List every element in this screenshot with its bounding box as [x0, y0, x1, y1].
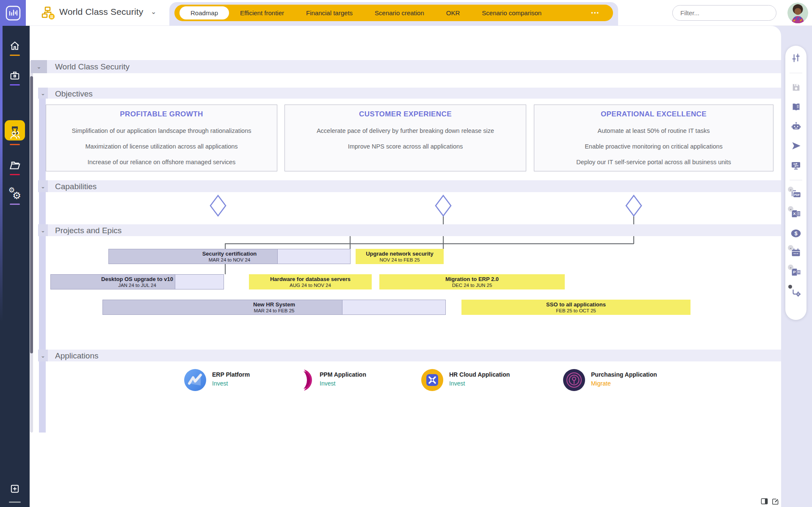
- objectives-collapse-chevron[interactable]: ⌄: [38, 88, 48, 99]
- epic-bar-hardware-database-servers[interactable]: Hardware for database servers AUG 24 to …: [249, 274, 372, 289]
- objective-line: Deploy our IT self-service portal across…: [576, 159, 731, 165]
- save-icon[interactable]: [790, 82, 801, 93]
- sidebar-item-portfolio[interactable]: [0, 69, 30, 81]
- connector-line: [225, 243, 226, 249]
- application-hr-cloud[interactable]: HR Cloud Application Invest: [421, 369, 510, 391]
- projects-accent-underline: [10, 174, 20, 175]
- tabs-overflow-button[interactable]: •••: [591, 10, 599, 16]
- epic-title: Security certification: [202, 251, 257, 257]
- integration-flow-icon[interactable]: [790, 286, 801, 297]
- left-sidebar: ⚙ ⚙: [0, 26, 30, 507]
- section-title-objectives: Objectives: [55, 89, 93, 99]
- portfolio-hierarchy-icon: [41, 6, 56, 20]
- sidebar-item-add[interactable]: [0, 483, 30, 495]
- applications-collapse-chevron[interactable]: ⌄: [38, 350, 48, 361]
- rail-divider: [790, 180, 802, 180]
- user-avatar[interactable]: [787, 3, 808, 23]
- application-erp-platform[interactable]: ERP Platform Invest: [184, 369, 250, 391]
- sidebar-item-people[interactable]: [0, 129, 30, 141]
- edit-icon[interactable]: [772, 498, 779, 505]
- tab-roadmap[interactable]: Roadmap: [180, 6, 229, 19]
- left-scrollbar-thumb[interactable]: [30, 76, 33, 353]
- epic-bar-sso-all-applications[interactable]: SSO to all applications FEB 25 to OCT 25: [461, 300, 690, 315]
- purchasing-application-icon: [563, 369, 586, 391]
- portfolio-title[interactable]: World Class Security: [59, 7, 144, 17]
- objective-line: Increase of our reliance on offshore man…: [88, 159, 236, 165]
- epic-dates: AUG 24 to NOV 24: [290, 282, 331, 288]
- epic-dates: DEC 24 to JUN 25: [452, 282, 492, 288]
- svg-text:X: X: [793, 211, 796, 216]
- export-ppt-icon[interactable]: ⌄ P: [790, 267, 801, 278]
- epic-dates: JAN 24 to JUL 24: [118, 282, 156, 288]
- dollar-icon[interactable]: $: [790, 228, 801, 239]
- filter-input[interactable]: [672, 5, 776, 21]
- section-band-objectives: [38, 88, 781, 99]
- section-band-projects: [38, 224, 781, 236]
- application-ppm[interactable]: PPM Application Invest: [291, 369, 366, 391]
- capabilities-collapse-chevron[interactable]: ⌄: [38, 180, 48, 192]
- objective-title: OPERATIONAL EXCELLENCE: [601, 110, 707, 118]
- epic-title: Desktop OS upgrade to v10: [101, 276, 173, 282]
- capability-diamond-icon[interactable]: [435, 195, 452, 217]
- epic-bar-security-certification[interactable]: Security certification MAR 24 to NOV 24: [108, 249, 351, 264]
- section-title-capabilities: Capabilities: [55, 182, 97, 191]
- app-logo[interactable]: [0, 0, 26, 26]
- capability-diamond-icon[interactable]: [210, 195, 226, 217]
- epic-bar-desktop-os-upgrade[interactable]: Desktop OS upgrade to v10 JAN 24 to JUL …: [50, 274, 224, 289]
- tab-scenario-creation[interactable]: Scenario creation: [364, 6, 435, 20]
- tab-financial-targets[interactable]: Financial targets: [295, 6, 364, 20]
- section-title-projects: Projects and Epics: [55, 226, 122, 235]
- export-excel-icon[interactable]: ⌄ X: [790, 208, 801, 219]
- epic-bar-upgrade-network-security[interactable]: Upgrade network security NOV 24 to FEB 2…: [356, 249, 444, 264]
- objective-line: Accelerate pace of delivery by further b…: [317, 127, 494, 134]
- dot-badge: [788, 285, 792, 289]
- hierarchy-indent-strip: [39, 88, 46, 433]
- send-icon[interactable]: [790, 140, 801, 151]
- capability-diamond-icon[interactable]: [625, 195, 642, 217]
- epic-bar-new-hr-system[interactable]: New HR System MAR 24 to FEB 25: [102, 300, 446, 315]
- application-window: Roadmap Efficient frontier Financial tar…: [0, 0, 812, 507]
- epic-dates: FEB 25 to OCT 25: [556, 308, 596, 314]
- sidebar-item-settings[interactable]: ⚙ ⚙: [0, 187, 30, 201]
- book-icon[interactable]: [790, 101, 801, 112]
- epic-title: SSO to all applications: [546, 301, 606, 308]
- plus-square-icon: [9, 483, 21, 495]
- tab-scenario-comparison[interactable]: Scenario comparison: [471, 6, 552, 20]
- open-folder-icon: [8, 159, 21, 171]
- portfolio-accent-underline: [10, 84, 20, 85]
- objective-card-customer-experience[interactable]: CUSTOMER EXPERIENCE Accelerate pace of d…: [284, 105, 526, 171]
- section-band-applications: [38, 350, 781, 361]
- epic-dates: MAR 24 to FEB 25: [254, 308, 295, 314]
- robot-icon[interactable]: [790, 121, 801, 132]
- settings-accent-underline: [10, 204, 20, 205]
- sidebar-item-projects[interactable]: [0, 159, 30, 171]
- sliders-icon[interactable]: [790, 52, 801, 63]
- svg-text:$: $: [794, 230, 798, 237]
- calendar-icon[interactable]: ⌄: [790, 247, 801, 258]
- chevron-badge: ⌄: [788, 245, 793, 251]
- tab-efficient-frontier[interactable]: Efficient frontier: [229, 6, 295, 20]
- title-chevron-down-icon[interactable]: ⌄: [151, 8, 156, 16]
- sidebar-item-home[interactable]: [0, 40, 30, 52]
- panel-layout-icon[interactable]: [761, 498, 768, 505]
- application-name: PPM Application: [320, 371, 366, 378]
- export-pdf-icon[interactable]: ⌄ PDF: [790, 189, 801, 200]
- presentation-icon[interactable]: [790, 160, 801, 171]
- chevron-badge: ⌄: [788, 265, 793, 270]
- epic-dates: NOV 24 to FEB 25: [379, 257, 420, 263]
- epic-bar-migration-erp[interactable]: Migration to ERP 2.0 DEC 24 to JUN 25: [379, 274, 565, 289]
- hr-cloud-application-icon: [421, 369, 444, 391]
- projects-collapse-chevron[interactable]: ⌄: [38, 224, 48, 236]
- application-purchasing[interactable]: Purchasing Application Migrate: [563, 369, 657, 391]
- tab-strip: Roadmap Efficient frontier Financial tar…: [174, 5, 613, 21]
- root-collapse-chevron[interactable]: ⌄: [31, 60, 47, 73]
- objective-line: Automate at least 50% of routine IT task…: [598, 127, 710, 134]
- erp-platform-icon: [184, 369, 207, 391]
- application-status: Invest: [449, 380, 510, 387]
- objective-card-profitable-growth[interactable]: PROFITABLE GROWTH Simplification of our …: [46, 105, 277, 171]
- tab-okr[interactable]: OKR: [435, 6, 471, 20]
- home-accent-underline: [10, 55, 20, 56]
- briefcase-icon: [9, 69, 21, 81]
- people-accent-underline: [10, 144, 20, 145]
- objective-card-operational-excellence[interactable]: OPERATIONAL EXCELLENCE Automate at least…: [534, 105, 773, 171]
